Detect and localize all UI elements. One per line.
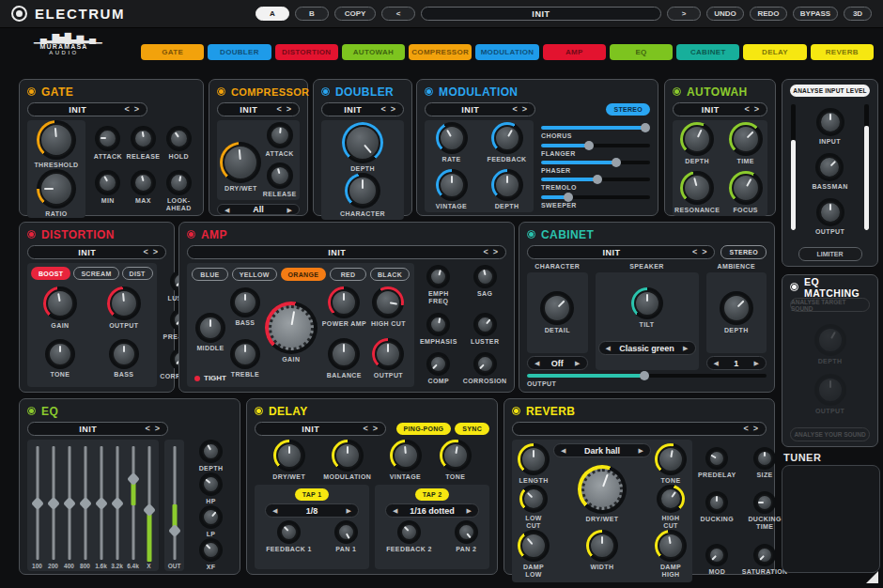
orange-button[interactable]: ORANGE [281, 268, 327, 281]
ping-pong-badge[interactable]: PING-PONG [396, 423, 452, 435]
next-preset-button[interactable]: > [667, 7, 701, 21]
dist-button[interactable]: DIST [122, 267, 153, 280]
blue-button[interactable]: BLUE [192, 268, 228, 281]
high-cut-knob[interactable] [372, 286, 404, 318]
saturation-knob[interactable] [753, 544, 776, 566]
output-knob[interactable] [816, 198, 844, 226]
tab-autowah[interactable]: AUTOWAH [342, 44, 405, 60]
boost-button[interactable]: BOOST [31, 267, 70, 280]
tight-toggle[interactable]: TIGHT [194, 374, 226, 382]
eq-slider-out[interactable] [166, 443, 182, 563]
slot-b-button[interactable]: B [295, 7, 329, 21]
gain-knob[interactable] [43, 286, 77, 320]
cabinet-enable-led[interactable] [527, 230, 535, 239]
compressor-preset-prev[interactable]: < [276, 105, 281, 114]
depth-knob[interactable] [491, 169, 523, 201]
distortion-preset-bar[interactable]: INIT<> [27, 245, 166, 259]
dry-wet-knob[interactable] [220, 142, 261, 183]
analyse-your-sound-button[interactable]: ANALYSE YOUR SOUND [790, 427, 870, 441]
pan-2-knob[interactable] [455, 520, 478, 544]
detail-knob[interactable] [540, 291, 574, 325]
eq-slider-100-handle[interactable] [30, 497, 43, 510]
bass-knob[interactable] [230, 287, 260, 317]
red-button[interactable]: RED [330, 268, 366, 281]
autowah-preset-next[interactable]: > [754, 105, 759, 114]
delay-preset-prev[interactable]: < [363, 425, 367, 433]
release-knob[interactable] [131, 126, 156, 151]
amp-preset-next[interactable]: > [493, 248, 498, 256]
eq-slider-x-handle[interactable] [142, 503, 155, 517]
tap1-division-selector[interactable]: ◀1/8▶ [265, 503, 359, 518]
output-knob[interactable] [107, 286, 141, 320]
pan-1-knob[interactable] [334, 520, 358, 544]
doubler-preset-bar[interactable]: INIT<> [321, 102, 404, 116]
cabinet-preset-prev[interactable]: < [692, 248, 697, 256]
high-cut-knob[interactable] [657, 485, 685, 513]
3d-button[interactable]: 3D [844, 7, 872, 21]
doubler-preset-next[interactable]: > [391, 105, 395, 114]
corrosion-knob[interactable] [473, 352, 497, 376]
output-slider-handle[interactable] [640, 371, 649, 380]
tone-knob[interactable] [655, 443, 687, 475]
cabinet-stereo-badge[interactable]: STEREO [720, 245, 767, 259]
lp-knob[interactable] [199, 505, 223, 529]
compressor-preset-bar[interactable]: INIT<> [217, 102, 300, 116]
width-knob[interactable] [586, 530, 618, 562]
tab-reverb[interactable]: REVERB [811, 44, 874, 60]
distortion-enable-led[interactable] [27, 230, 36, 239]
distortion-preset-prev[interactable]: < [143, 248, 147, 256]
analyse-target-sound-button[interactable]: ANALYSE TARGET SOUND [790, 298, 870, 312]
cabinet-speaker-selector[interactable]: ◀Classic green▶ [598, 341, 696, 355]
tab-cabinet[interactable]: CABINET [676, 44, 739, 60]
cabinet-preset-bar[interactable]: INIT<> [527, 245, 715, 259]
eq-slider-100[interactable] [29, 443, 45, 563]
input-knob[interactable] [816, 108, 844, 136]
black-button[interactable]: BLACK [370, 268, 410, 281]
reverb-preset-prev[interactable]: < [743, 425, 748, 433]
eq-preset-bar[interactable]: INIT<> [27, 422, 168, 436]
emphasis-knob[interactable] [426, 313, 450, 336]
gain-knob[interactable] [265, 302, 318, 354]
compressor-enable-led[interactable] [217, 87, 225, 96]
eq-slider-3-2k[interactable] [109, 443, 125, 563]
cabinet-character-selector[interactable]: ◀Off▶ [527, 356, 588, 370]
eq-slider-3-2k-handle[interactable] [110, 497, 123, 510]
eq-slider-out-handle[interactable] [167, 524, 180, 537]
eq-enable-led[interactable] [27, 407, 36, 415]
autowah-enable-led[interactable] [673, 87, 681, 96]
min-knob[interactable] [95, 170, 120, 195]
tap1-badge[interactable]: TAP 1 [295, 488, 330, 501]
eq-slider-x[interactable] [141, 443, 157, 563]
amp-preset-prev[interactable]: < [483, 248, 488, 256]
undo-button[interactable]: UNDO [706, 7, 744, 21]
yellow-button[interactable]: YELLOW [232, 268, 277, 281]
tab-distortion[interactable]: DISTORTION [275, 44, 338, 60]
modulation-preset-bar[interactable]: INIT<> [425, 102, 535, 116]
reverb-preset-next[interactable]: > [753, 425, 758, 433]
compressor-preset-next[interactable]: > [287, 105, 291, 114]
chorus-slider-handle[interactable] [641, 123, 650, 132]
cabinet-preset-next[interactable]: > [702, 248, 706, 256]
dry-wet-knob[interactable] [578, 465, 627, 514]
time-knob[interactable] [729, 122, 763, 156]
reverb-preset-bar[interactable]: <> [512, 422, 767, 436]
attack-knob[interactable] [267, 122, 293, 148]
power-amp-knob[interactable] [328, 286, 360, 318]
flanger-slider-track[interactable] [541, 144, 650, 147]
sweeper-slider-handle[interactable] [564, 193, 573, 202]
depth-knob[interactable] [720, 291, 753, 325]
modulation-preset-next[interactable]: > [522, 105, 527, 114]
comp-knob[interactable] [426, 352, 450, 376]
treble-knob[interactable] [230, 339, 260, 369]
compressor-mode-selector[interactable]: ◀All▶ [217, 204, 300, 215]
gate-preset-next[interactable]: > [134, 105, 139, 114]
delay-preset-bar[interactable]: INIT<> [255, 422, 386, 436]
reverb-enable-led[interactable] [512, 407, 520, 415]
scream-button[interactable]: SCREAM [73, 267, 118, 280]
eq-slider-1-6k[interactable] [93, 443, 109, 563]
depth-knob[interactable] [342, 122, 383, 163]
ducking-time-knob[interactable] [753, 491, 776, 514]
slot-a-button[interactable]: A [256, 7, 289, 21]
focus-knob[interactable] [729, 171, 763, 205]
eq-preset-prev[interactable]: < [145, 425, 149, 433]
